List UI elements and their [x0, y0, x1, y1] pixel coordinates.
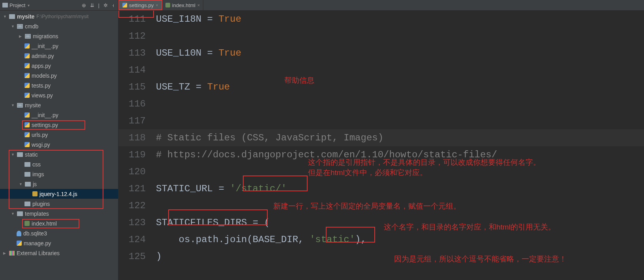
- line-number: 121: [118, 183, 156, 194]
- python-file-icon: [24, 122, 30, 127]
- python-file-icon: [24, 132, 30, 137]
- line-number: 125: [118, 251, 156, 262]
- close-icon[interactable]: ×: [197, 3, 200, 7]
- project-tree: ▼ mysite F:\Python\pycharm\mysit ▼cmdb ▶…: [0, 11, 118, 280]
- libraries-icon: [9, 251, 15, 256]
- tree-mysite-pkg[interactable]: ▼mysite: [0, 100, 118, 110]
- folder-icon: [25, 182, 31, 187]
- tab-index-html[interactable]: index.html ×: [162, 0, 204, 10]
- tree-mysite-settings[interactable]: settings.py: [0, 120, 118, 130]
- folder-icon: [24, 202, 30, 206]
- python-file-icon: [24, 43, 30, 49]
- tree-js[interactable]: ▼js: [0, 179, 118, 189]
- tree-cmdb-models[interactable]: models.py: [0, 71, 118, 80]
- root-name: mysite: [17, 13, 34, 20]
- package-icon: [25, 34, 31, 39]
- gear-icon[interactable]: ✲: [102, 2, 109, 8]
- js-file-icon: [32, 191, 38, 196]
- tree-external-libraries[interactable]: ▶External Libraries: [0, 248, 118, 258]
- line-number: 117: [118, 116, 156, 126]
- line-number: 124: [118, 234, 156, 245]
- divider: |: [97, 2, 101, 8]
- close-icon[interactable]: ×: [156, 3, 158, 7]
- line-number: 120: [118, 166, 156, 177]
- tree-cmdb[interactable]: ▼cmdb: [0, 21, 118, 31]
- tab-label: index.html: [172, 2, 195, 8]
- tree-templates[interactable]: ▼templates: [0, 209, 118, 218]
- python-file-icon: [24, 73, 30, 78]
- python-file-icon: [24, 83, 30, 88]
- line-number: 114: [118, 65, 156, 75]
- code-editor[interactable]: 111USE_I18N = True 112 113USE_L10N = Tru…: [118, 11, 644, 280]
- line-number: 115: [118, 82, 156, 92]
- line-number: 122: [118, 200, 156, 211]
- collapse-icon[interactable]: ⇊: [89, 2, 96, 8]
- tree-mysite-wsgi[interactable]: wsgi.py: [0, 140, 118, 149]
- dropdown-icon[interactable]: ▾: [28, 3, 30, 7]
- tree-imgs[interactable]: imgs: [0, 169, 118, 179]
- tree-jquery[interactable]: jquery-1.12.4.js: [0, 189, 118, 199]
- package-icon: [17, 103, 23, 108]
- top-bar: Project ▾ ⊕ ⇊ | ✲ ⫞ settings.py × index.…: [0, 0, 644, 11]
- tree-static[interactable]: ▼static: [0, 149, 118, 159]
- chevron-down-icon[interactable]: ▼: [3, 15, 7, 19]
- tree-migrations[interactable]: ▶migrations: [0, 31, 118, 41]
- tab-settings-py[interactable]: settings.py ×: [118, 0, 162, 10]
- tab-label: settings.py: [129, 2, 154, 8]
- python-file-icon: [24, 112, 30, 118]
- database-icon: [17, 231, 21, 236]
- python-file-icon: [24, 93, 30, 98]
- folder-icon: [24, 172, 30, 177]
- target-icon[interactable]: ⊕: [81, 2, 87, 8]
- python-file-icon: [24, 53, 30, 58]
- tree-cmdb-init[interactable]: __init__.py: [0, 41, 118, 51]
- tree-manage[interactable]: manage.py: [0, 238, 118, 248]
- root-path: F:\Python\pycharm\mysit: [36, 14, 88, 19]
- tree-root[interactable]: ▼ mysite F:\Python\pycharm\mysit: [0, 11, 118, 21]
- line-number: 116: [118, 99, 156, 109]
- project-panel-header: Project ▾ ⊕ ⇊ | ✲ ⫞: [0, 0, 118, 10]
- tree-cmdb-views[interactable]: views.py: [0, 90, 118, 100]
- line-number: 113: [118, 48, 156, 58]
- folder-icon: [17, 211, 23, 216]
- hide-icon[interactable]: ⫞: [111, 2, 116, 8]
- line-number: 118: [118, 133, 156, 143]
- editor-tabs: settings.py × index.html ×: [118, 0, 203, 10]
- line-number: 123: [118, 217, 156, 228]
- html-file-icon: [24, 221, 30, 226]
- tree-mysite-urls[interactable]: urls.py: [0, 130, 118, 140]
- tree-css[interactable]: css: [0, 159, 118, 169]
- tree-index-html[interactable]: index.html: [0, 218, 118, 228]
- python-icon: [122, 3, 127, 7]
- tree-cmdb-admin[interactable]: admin.py: [0, 51, 118, 61]
- tree-db[interactable]: db.sqlite3: [0, 228, 118, 238]
- python-file-icon: [24, 142, 30, 147]
- tree-cmdb-tests[interactable]: tests.py: [0, 80, 118, 90]
- folder-icon: [24, 162, 30, 167]
- tree-plugins[interactable]: plugins: [0, 199, 118, 209]
- project-title: Project: [9, 2, 25, 8]
- html-icon: [165, 3, 170, 7]
- project-icon: [2, 3, 8, 7]
- folder-icon: [17, 152, 23, 157]
- tree-mysite-init[interactable]: __init__.py: [0, 110, 118, 120]
- tree-cmdb-apps[interactable]: apps.py: [0, 61, 118, 71]
- package-icon: [17, 24, 23, 29]
- main: ▼ mysite F:\Python\pycharm\mysit ▼cmdb ▶…: [0, 11, 644, 280]
- python-file-icon: [24, 63, 30, 68]
- line-number: 119: [118, 149, 156, 160]
- line-number: 112: [118, 31, 156, 41]
- line-number: 111: [118, 14, 156, 24]
- folder-icon: [9, 14, 15, 19]
- python-file-icon: [17, 241, 22, 246]
